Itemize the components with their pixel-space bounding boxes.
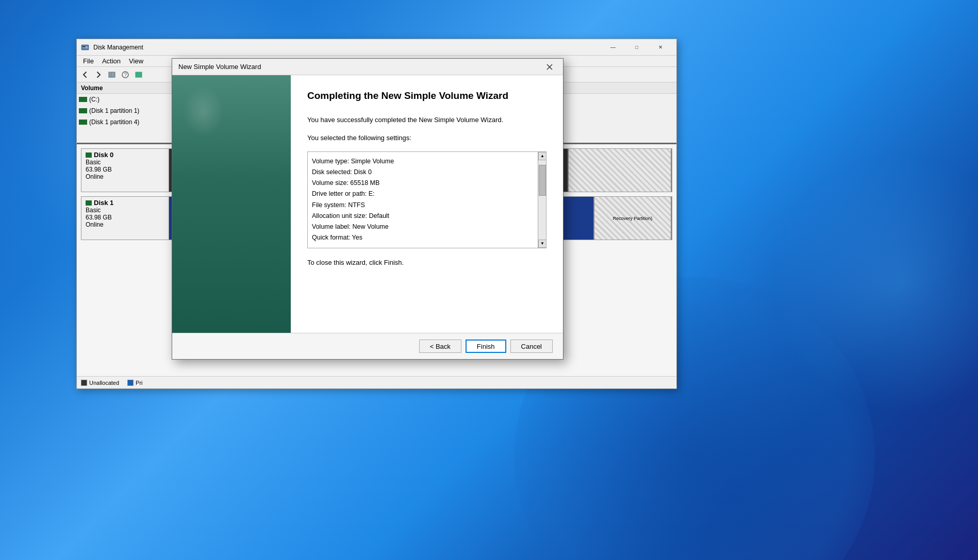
setting-filesystem: File system: NTFS <box>312 200 533 211</box>
setting-volume-label: Volume label: New Volume <box>312 222 533 232</box>
wizard-titlebar: New Simple Volume Wizard <box>172 59 563 75</box>
cancel-button[interactable]: Cancel <box>510 340 553 353</box>
setting-disk: Disk selected: Disk 0 <box>312 167 533 178</box>
setting-quick-format: Quick format: Yes <box>312 232 533 243</box>
setting-allocation: Allocation unit size: Default <box>312 211 533 222</box>
scroll-track <box>538 160 546 240</box>
wizard-close-button[interactable] <box>542 61 557 73</box>
back-button[interactable]: < Back <box>419 340 461 353</box>
scroll-down-arrow[interactable]: ▼ <box>538 240 546 248</box>
setting-volume-size: Volume size: 65518 MB <box>312 178 533 189</box>
scrollbar-thumb[interactable] <box>539 165 546 196</box>
wizard-intro-text: You have successfully completed the New … <box>307 115 546 125</box>
close-icon <box>546 64 553 70</box>
setting-volume-type: Volume type: Simple Volume <box>312 156 533 167</box>
wizard-settings-box: Volume type: Simple Volume Disk selected… <box>307 151 546 248</box>
finish-button[interactable]: Finish <box>466 340 506 353</box>
wizard-sidebar <box>172 75 291 333</box>
wizard-settings-label: You selected the following settings: <box>307 133 546 143</box>
wizard-dialog: New Simple Volume Wizard Completing the … <box>172 58 563 360</box>
wizard-content: Completing the New Simple Volume Wizard … <box>291 75 563 333</box>
wizard-settings-content: Volume type: Simple Volume Disk selected… <box>312 156 542 244</box>
wizard-body: Completing the New Simple Volume Wizard … <box>172 75 563 333</box>
wizard-close-instruction: To close this wizard, click Finish. <box>307 259 546 266</box>
wizard-overlay: New Simple Volume Wizard Completing the … <box>0 0 978 560</box>
wizard-sidebar-shine <box>183 86 224 137</box>
scroll-up-arrow[interactable]: ▲ <box>538 152 546 160</box>
wizard-footer: < Back Finish Cancel <box>172 333 563 359</box>
wizard-heading: Completing the New Simple Volume Wizard <box>307 90 546 103</box>
settings-scrollbar[interactable]: ▲ ▼ <box>538 152 546 248</box>
setting-drive-letter: Drive letter or path: E: <box>312 189 533 199</box>
wizard-title: New Simple Volume Wizard <box>178 63 542 71</box>
